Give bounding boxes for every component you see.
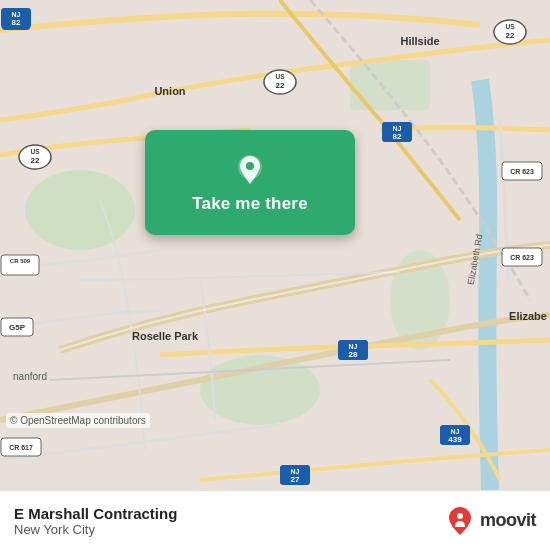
svg-point-50	[457, 513, 463, 519]
svg-point-49	[246, 162, 254, 170]
svg-text:US: US	[505, 23, 515, 30]
svg-rect-4	[350, 60, 430, 110]
svg-text:CR 623: CR 623	[510, 254, 534, 261]
location-pin-icon	[232, 152, 268, 188]
svg-text:CR 509: CR 509	[10, 258, 31, 264]
svg-text:G5P: G5P	[9, 323, 26, 332]
place-name: E Marshall Contracting	[14, 505, 444, 522]
place-location: New York City	[14, 522, 444, 537]
svg-text:NJ: NJ	[291, 468, 300, 475]
svg-text:NJ: NJ	[393, 125, 402, 132]
svg-text:nanford: nanford	[13, 371, 47, 382]
map-container: NJ 82 NJ 82 US 22 US 22 NJ 82 US 22 CR 5…	[0, 0, 550, 490]
svg-text:US: US	[30, 148, 40, 155]
svg-text:NJ: NJ	[12, 11, 21, 18]
svg-text:Roselle Park: Roselle Park	[132, 330, 199, 342]
svg-text:82: 82	[12, 18, 21, 27]
take-me-there-label: Take me there	[192, 194, 308, 214]
svg-text:82: 82	[393, 132, 402, 141]
moovit-brand-text: moovit	[480, 510, 536, 531]
svg-text:439: 439	[448, 435, 462, 444]
map-attribution: © OpenStreetMap contributors	[6, 413, 150, 428]
svg-text:Elizabe: Elizabe	[509, 310, 547, 322]
svg-text:28: 28	[349, 350, 358, 359]
svg-text:27: 27	[291, 475, 300, 484]
svg-text:NJ: NJ	[451, 428, 460, 435]
svg-text:Union: Union	[154, 85, 185, 97]
moovit-logo: moovit	[444, 505, 536, 537]
bottom-bar: E Marshall Contracting New York City moo…	[0, 490, 550, 550]
moovit-brand-icon	[444, 505, 476, 537]
take-me-there-button[interactable]: Take me there	[145, 130, 355, 235]
svg-point-1	[25, 170, 135, 250]
svg-text:22: 22	[31, 156, 40, 165]
svg-text:22: 22	[506, 31, 515, 40]
svg-text:Hillside: Hillside	[400, 35, 439, 47]
svg-text:US: US	[275, 73, 285, 80]
svg-text:CR 617: CR 617	[9, 444, 33, 451]
svg-text:CR 623: CR 623	[510, 168, 534, 175]
svg-text:22: 22	[276, 81, 285, 90]
place-info: E Marshall Contracting New York City	[14, 505, 444, 537]
svg-text:NJ: NJ	[349, 343, 358, 350]
